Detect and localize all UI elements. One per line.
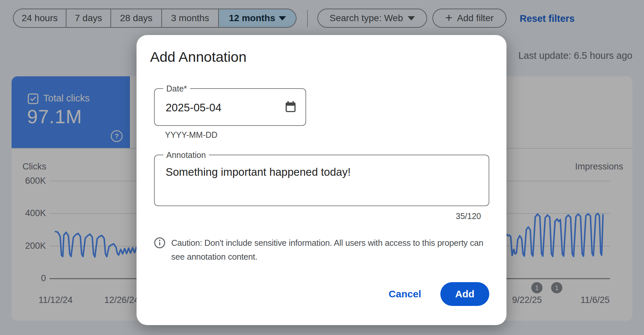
dialog-title: Add Annotation — [150, 49, 247, 65]
annotation-field-value[interactable]: Something important happened today! — [166, 166, 351, 178]
caution-note: Caution: Don't include sensitive informa… — [154, 236, 488, 264]
search-console-performance-page: 24 hours7 days28 days3 months12 months S… — [0, 0, 644, 335]
annotation-field-label: Annotation — [163, 150, 209, 160]
date-format-helper: YYYY-MM-DD — [165, 130, 218, 140]
date-field-value[interactable]: 2025-05-04 — [166, 101, 221, 114]
calendar-icon[interactable] — [284, 101, 297, 115]
add-annotation-dialog: Add Annotation Date* 2025-05-04 YYYY-MM-… — [137, 35, 506, 325]
character-counter: 35/120 — [456, 211, 481, 221]
date-field[interactable]: Date* 2025-05-04 — [154, 88, 306, 126]
info-icon — [154, 236, 166, 264]
date-field-label: Date* — [163, 84, 190, 93]
dialog-actions: Cancel Add — [389, 282, 489, 306]
caution-text: Caution: Don't include sensitive informa… — [171, 236, 486, 264]
annotation-field[interactable]: Annotation Something important happened … — [154, 155, 489, 206]
cancel-button[interactable]: Cancel — [389, 288, 421, 300]
add-button[interactable]: Add — [440, 282, 489, 306]
